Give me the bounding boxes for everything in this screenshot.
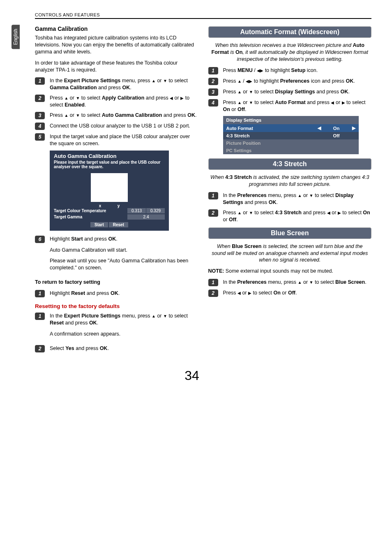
af-step-1: 1 Press MENU / to highlight Setup icon. bbox=[208, 67, 372, 74]
triangle-left-icon bbox=[327, 210, 330, 216]
triangle-down-icon bbox=[76, 113, 80, 118]
return-step-1: 1 Highlight Reset and press OK. bbox=[35, 290, 198, 297]
tg-cell: 2.4 bbox=[127, 214, 165, 220]
language-tab: English bbox=[12, 25, 20, 49]
triangle-up-icon bbox=[298, 193, 302, 199]
note-line: NOTE: Some external input sounds may not… bbox=[208, 268, 372, 275]
display-settings-table: Display Settings Auto Format◀On▶ 4:3 Str… bbox=[223, 116, 359, 154]
reset-button[interactable]: Reset bbox=[109, 222, 128, 227]
tct-x-cell: 0.313 bbox=[127, 208, 146, 213]
calibration-square bbox=[91, 173, 128, 202]
bs-step-1: 1 In the Preferences menu, press or to s… bbox=[208, 279, 372, 286]
step-5: 5 Input the target value and place the U… bbox=[35, 133, 198, 147]
start-button[interactable]: Start bbox=[90, 222, 108, 227]
step-badge: 1 bbox=[35, 77, 45, 85]
blue-screen-band: Blue Screen bbox=[208, 227, 372, 239]
blue-screen-intro: When Blue Screen is selected, the screen… bbox=[208, 243, 372, 264]
triangle-up-icon bbox=[238, 210, 242, 216]
step-4: 4 Connect the USB colour analyzer to the… bbox=[35, 123, 198, 130]
tct-y-cell: 0.329 bbox=[146, 208, 165, 213]
af-step-4: 4 Press or to select Auto Format and pre… bbox=[208, 99, 372, 113]
table-row[interactable]: Auto Format◀On▶ bbox=[223, 124, 359, 132]
factory-step-1: 1 In the Expert Picture Settings menu, p… bbox=[35, 313, 198, 342]
table-row: PC Settings bbox=[223, 147, 359, 154]
triangle-left-icon bbox=[238, 290, 241, 296]
step-1: 1 In the Expert Picture Settings menu, p… bbox=[35, 77, 198, 91]
triangle-left-right-icon bbox=[257, 68, 263, 74]
auto-gamma-dialog: Auto Gamma Calibration Please input the … bbox=[50, 151, 169, 231]
step-2: 2 Press or to select Apply Calibration a… bbox=[35, 95, 198, 109]
two-column-layout: Gamma Calibration Toshiba has integrated… bbox=[35, 22, 371, 356]
triangle-up-icon bbox=[152, 313, 156, 319]
triangle-right-icon bbox=[248, 290, 251, 296]
triangle-down-icon bbox=[309, 280, 314, 285]
table-row: Picture Position bbox=[223, 139, 359, 147]
triangle-left-right-icon bbox=[246, 79, 252, 84]
triangle-up-icon bbox=[64, 113, 68, 118]
triangle-up-icon bbox=[298, 280, 302, 285]
triangle-down-icon bbox=[76, 95, 80, 101]
triangle-up-icon bbox=[238, 100, 242, 106]
st-step-2: 2 Press or to select 4:3 Stretch and pre… bbox=[208, 209, 372, 223]
right-column: Automatic Format (Widescreen) When this … bbox=[208, 22, 372, 356]
table-header: Display Settings bbox=[223, 116, 359, 124]
stretch-band: 4:3 Stretch bbox=[208, 158, 372, 170]
st-step-1: 1 In the Preferences menu, press or to s… bbox=[208, 192, 372, 206]
triangle-down-icon bbox=[163, 313, 167, 319]
triangle-down-icon bbox=[309, 193, 314, 199]
table-row[interactable]: 4:3 StretchOff bbox=[223, 132, 359, 139]
step-3: 3 Press or to select Auto Gamma Calibrat… bbox=[35, 112, 198, 119]
triangle-left-icon bbox=[170, 95, 173, 101]
gamma-heading: Gamma Calibration bbox=[35, 25, 198, 32]
triangle-right-icon bbox=[180, 95, 184, 101]
dialog-subtitle: Please input the target value and place … bbox=[50, 160, 169, 171]
triangle-up-icon bbox=[64, 95, 68, 101]
return-heading: To return to factory setting bbox=[35, 279, 198, 286]
triangle-right-icon bbox=[342, 100, 345, 106]
triangle-right-icon[interactable]: ▶ bbox=[349, 124, 359, 132]
triangle-up-icon bbox=[238, 89, 242, 95]
triangle-right-icon bbox=[338, 210, 341, 216]
stretch-intro: When 4:3 Stretch is activated, the size … bbox=[208, 174, 372, 188]
step-6: 6 Highlight Start and press OK. Auto Gam… bbox=[35, 236, 198, 276]
auto-format-intro: When this television receives a true Wid… bbox=[208, 42, 372, 63]
reset-heading: Resetting to the factory defaults bbox=[35, 303, 198, 309]
intro-para-2: In order to take advantage of these feat… bbox=[35, 60, 198, 74]
bs-step-2: 2 Press or to select On or Off. bbox=[208, 290, 372, 297]
triangle-down-icon bbox=[249, 89, 253, 95]
intro-para-1: Toshiba has integrated picture calibrati… bbox=[35, 35, 198, 56]
af-step-2: 2 Press / to highlight Preferences icon … bbox=[208, 78, 372, 85]
auto-format-band: Automatic Format (Widescreen) bbox=[208, 26, 372, 38]
manual-page: CONTROLS AND FEATURES English Gamma Cali… bbox=[0, 0, 392, 556]
factory-step-2: 2 Select Yes and press OK. bbox=[35, 345, 198, 352]
triangle-down-icon bbox=[249, 210, 253, 216]
triangle-left-icon[interactable]: ◀ bbox=[314, 124, 324, 132]
triangle-up-icon bbox=[238, 79, 242, 84]
triangle-down-icon bbox=[249, 100, 253, 106]
triangle-up-icon bbox=[152, 78, 156, 84]
af-step-3: 3 Press or to select Display Settings an… bbox=[208, 88, 372, 96]
section-header: CONTROLS AND FEATURES bbox=[35, 12, 371, 19]
page-number: 34 bbox=[12, 368, 371, 383]
left-column: Gamma Calibration Toshiba has integrated… bbox=[35, 22, 198, 356]
triangle-down-icon bbox=[163, 78, 167, 84]
dialog-title: Auto Gamma Calibration bbox=[50, 151, 169, 160]
